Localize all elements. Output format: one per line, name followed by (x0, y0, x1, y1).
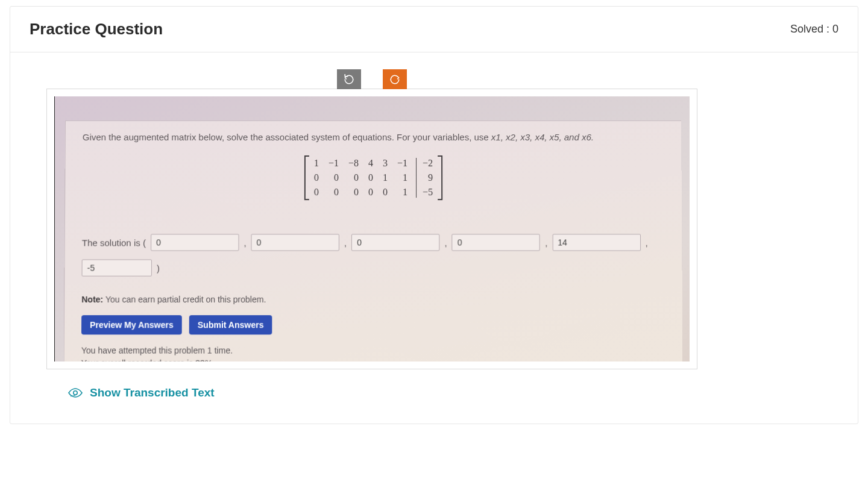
rotate-controls (337, 69, 407, 89)
solution-row-1: The solution is ( , , , , , (82, 234, 665, 251)
card-body: Given the augmented matrix below, solve … (10, 52, 858, 424)
attempt-status: You have attempted this problem 1 time. … (81, 345, 666, 362)
m-cell: −1 (397, 158, 407, 169)
comma: , (445, 237, 447, 248)
comma: , (244, 237, 246, 248)
m-cell: −1 (329, 158, 339, 169)
m-cell: 0 (329, 187, 339, 198)
m-cell: 1 (397, 172, 407, 183)
question-card: Practice Question Solved : 0 (10, 6, 858, 424)
m-aug: −5 (423, 187, 433, 198)
rotate-ccw-icon (344, 74, 354, 85)
m-cell: 0 (383, 187, 388, 198)
comma: , (545, 237, 547, 248)
solved-count: Solved : 0 (790, 23, 838, 36)
m-aug: −2 (423, 158, 433, 169)
page-title: Practice Question (30, 20, 163, 39)
answer-x4[interactable] (452, 234, 540, 251)
augmented-matrix: 1 −1 −8 4 3 −1 0 0 0 0 1 (304, 155, 442, 200)
answer-x1[interactable] (151, 234, 239, 251)
rotate-cw-icon (389, 74, 400, 85)
status-line: Your overall recorded score is 33%. (81, 357, 666, 362)
m-cell: 1 (314, 158, 319, 169)
rotate-ccw-button[interactable] (337, 69, 361, 89)
eye-icon (68, 388, 83, 398)
m-cell: 4 (368, 158, 373, 169)
m-cell: 0 (348, 172, 359, 183)
m-cell: 1 (397, 187, 407, 198)
transcribe-label: Show Transcribed Text (90, 386, 215, 399)
m-cell: 0 (314, 187, 319, 198)
partial-credit-note: Note: You can earn partial credit on thi… (81, 295, 665, 304)
comma: , (646, 237, 648, 248)
preview-answers-button[interactable]: Preview My Answers (81, 315, 182, 334)
prompt-text: Given the augmented matrix below, solve … (83, 132, 491, 142)
note-text: You can earn partial credit on this prob… (103, 295, 266, 304)
rotate-cw-button[interactable] (383, 69, 407, 89)
answer-x3[interactable] (351, 234, 439, 251)
augment-separator (416, 158, 417, 198)
bracket-right (438, 155, 442, 200)
solution-label: The solution is ( (82, 237, 146, 248)
button-row: Preview My Answers Submit Answers (81, 315, 665, 334)
m-cell: 1 (383, 172, 388, 183)
m-cell: −8 (348, 158, 359, 169)
matrix-grid: 1 −1 −8 4 3 −1 0 0 0 0 1 (309, 155, 412, 200)
m-cell: 0 (368, 187, 373, 198)
m-cell: 0 (329, 172, 339, 183)
m-cell: 0 (368, 172, 373, 183)
submit-answers-button[interactable]: Submit Answers (189, 315, 272, 334)
show-transcribed-text-link[interactable]: Show Transcribed Text (46, 386, 215, 399)
m-cell: 0 (314, 172, 319, 183)
m-cell: 3 (383, 158, 388, 169)
close-paren: ) (157, 263, 160, 273)
bracket-left (304, 155, 309, 200)
answer-x6[interactable] (82, 260, 152, 277)
card-header: Practice Question Solved : 0 (10, 7, 858, 52)
prompt-vars: x1, x2, x3, x4, x5, and x6. (491, 132, 594, 142)
augment-column: −2 9 −5 (420, 155, 438, 200)
answer-x5[interactable] (552, 234, 640, 251)
question-photo: Given the augmented matrix below, solve … (54, 96, 690, 362)
matrix-container: 1 −1 −8 4 3 −1 0 0 0 0 1 (82, 155, 665, 200)
answer-x2[interactable] (251, 234, 339, 251)
problem-prompt: Given the augmented matrix below, solve … (83, 132, 664, 142)
m-aug: 9 (423, 172, 433, 183)
status-line: You have attempted this problem 1 time. (81, 345, 666, 357)
question-image-frame: Given the augmented matrix below, solve … (46, 89, 697, 369)
note-bold: Note: (81, 295, 103, 304)
m-cell: 0 (348, 187, 359, 198)
comma: , (344, 237, 347, 248)
problem-sheet: Given the augmented matrix below, solve … (63, 120, 682, 362)
svg-point-0 (74, 391, 77, 395)
solution-row-2: ) (82, 260, 665, 277)
